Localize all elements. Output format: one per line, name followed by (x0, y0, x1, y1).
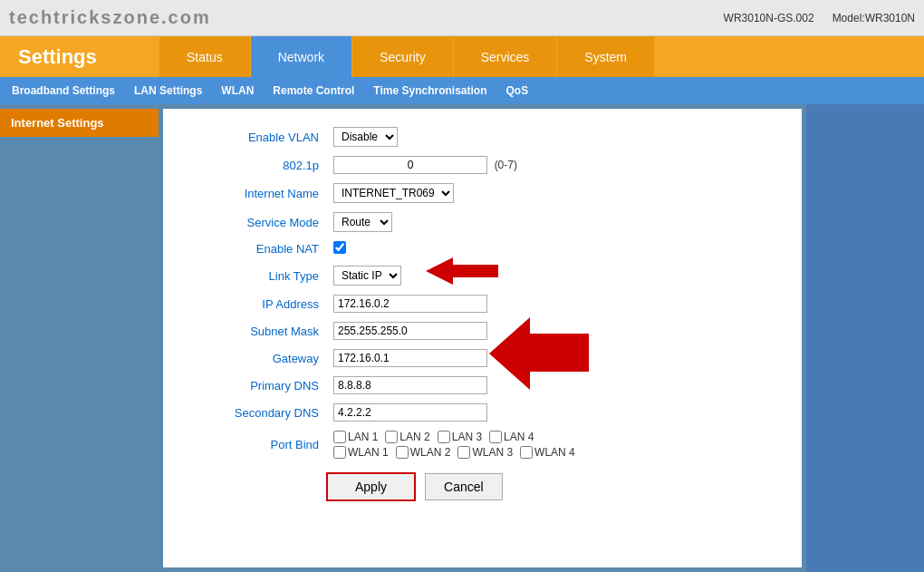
enable-vlan-row: Enable VLAN Disable Enable (181, 122, 784, 151)
subnet-mask-cell (326, 317, 784, 344)
secondary-dns-label: Secondary DNS (181, 399, 326, 426)
lan1-checkbox[interactable] (333, 431, 346, 443)
internet-name-label: Internet Name (181, 179, 326, 208)
dot8021p-range: (0-7) (495, 159, 517, 171)
service-mode-label: Service Mode (181, 208, 326, 237)
link-type-select[interactable]: Static IP DHCP PPPoE (333, 266, 401, 286)
button-row: Apply Cancel (326, 472, 784, 501)
subnav-wlan[interactable]: WLAN (214, 81, 261, 101)
wlan4-checkbox[interactable] (520, 446, 533, 459)
port-bind-line-1: LAN 1 LAN 2 LAN 3 LAN 4 (333, 431, 776, 443)
port-bind-lan2[interactable]: LAN 2 (385, 431, 429, 443)
port-bind-wlan3[interactable]: WLAN 3 (457, 446, 513, 459)
service-mode-cell: Route Bridge (326, 208, 784, 237)
top-bar-logo: techtrickszone.com (9, 7, 211, 28)
enable-vlan-cell: Disable Enable (326, 122, 784, 151)
nav-services[interactable]: Services (453, 36, 557, 77)
top-bar-info: WR3010N-GS.002 Model:WR3010N (724, 12, 915, 24)
primary-dns-row: Primary DNS (181, 372, 784, 399)
gateway-row: Gateway (181, 344, 784, 372)
app-title: Settings (0, 36, 159, 77)
cancel-button[interactable]: Cancel (425, 473, 503, 500)
right-panel (806, 104, 924, 572)
enable-nat-checkbox[interactable] (333, 241, 346, 254)
header: Settings Status Network Security Service… (0, 36, 924, 77)
subnet-mask-row: Subnet Mask (181, 317, 784, 344)
port-bind-wlan4[interactable]: WLAN 4 (520, 446, 575, 459)
lan3-checkbox[interactable] (438, 431, 450, 443)
ip-address-input[interactable] (333, 295, 487, 313)
secondary-dns-row: Secondary DNS (181, 399, 784, 426)
service-mode-row: Service Mode Route Bridge (181, 208, 784, 237)
nav-system[interactable]: System (556, 36, 654, 77)
apply-button[interactable]: Apply (326, 472, 416, 501)
enable-vlan-select[interactable]: Disable Enable (333, 127, 398, 147)
service-mode-select[interactable]: Route Bridge (333, 212, 392, 232)
internet-name-row: Internet Name INTERNET_TR069 (181, 179, 784, 208)
subnav-lan[interactable]: LAN Settings (127, 81, 209, 101)
subnav-qos[interactable]: QoS (499, 81, 536, 101)
enable-nat-cell (326, 237, 784, 261)
port-bind-wlan2[interactable]: WLAN 2 (396, 446, 451, 459)
device-id: WR3010N-GS.002 (724, 12, 814, 24)
port-bind-line-2: WLAN 1 WLAN 2 WLAN 3 WLAN 4 (333, 446, 776, 459)
secondary-dns-cell (326, 399, 784, 426)
enable-vlan-label: Enable VLAN (181, 122, 326, 151)
port-bind-options: LAN 1 LAN 2 LAN 3 LAN 4 WLAN 1 WLAN 2 WL… (333, 431, 776, 459)
nav-status[interactable]: Status (159, 36, 250, 77)
sidebar-item-internet[interactable]: Internet Settings (0, 109, 159, 137)
ip-address-label: IP Address (181, 290, 326, 317)
primary-dns-label: Primary DNS (181, 372, 326, 399)
subnav-remote[interactable]: Remote Control (265, 81, 361, 101)
dot8021p-cell: (0-7) (326, 151, 784, 179)
port-bind-row: Port Bind LAN 1 LAN 2 LAN 3 LAN 4 (181, 426, 784, 463)
port-bind-label: Port Bind (181, 426, 326, 463)
top-bar: techtrickszone.com WR3010N-GS.002 Model:… (0, 0, 924, 36)
form-container: Enable VLAN Disable Enable 802.1p (0 (181, 122, 784, 501)
subnav-time[interactable]: Time Synchronisation (366, 81, 494, 101)
subnet-mask-label: Subnet Mask (181, 317, 326, 344)
settings-form: Enable VLAN Disable Enable 802.1p (0 (181, 122, 784, 463)
port-bind-wlan1[interactable]: WLAN 1 (333, 446, 389, 459)
link-type-row: Link Type Static IP DHCP PPPoE (181, 261, 784, 290)
lan4-checkbox[interactable] (489, 431, 502, 443)
primary-dns-input[interactable] (333, 376, 487, 394)
lan2-checkbox[interactable] (385, 431, 398, 443)
port-bind-cell: LAN 1 LAN 2 LAN 3 LAN 4 WLAN 1 WLAN 2 WL… (326, 426, 784, 463)
svg-marker-0 (426, 257, 498, 285)
port-bind-lan3[interactable]: LAN 3 (438, 431, 482, 443)
gateway-label: Gateway (181, 344, 326, 372)
svg-marker-1 (489, 317, 589, 390)
wlan1-checkbox[interactable] (333, 446, 346, 459)
subnav-broadband[interactable]: Broadband Settings (5, 81, 122, 101)
sub-nav: Broadband Settings LAN Settings WLAN Rem… (0, 77, 924, 104)
ip-address-cell (326, 290, 784, 317)
dot8021p-label: 802.1p (181, 151, 326, 179)
arrow-link-type (426, 257, 498, 287)
port-bind-lan4[interactable]: LAN 4 (489, 431, 534, 443)
dot8021p-row: 802.1p (0-7) (181, 151, 784, 179)
nav-security[interactable]: Security (351, 36, 453, 77)
gateway-input[interactable] (333, 349, 487, 367)
arrow-subnet-gateway (489, 317, 589, 393)
link-type-cell: Static IP DHCP PPPoE (326, 261, 784, 290)
sidebar: Internet Settings (0, 104, 159, 572)
internet-name-cell: INTERNET_TR069 (326, 179, 784, 208)
wlan2-checkbox[interactable] (396, 446, 409, 459)
link-type-label: Link Type (181, 261, 326, 290)
nav-network[interactable]: Network (250, 36, 351, 77)
secondary-dns-input[interactable] (333, 403, 487, 422)
main-nav: Status Network Security Services System (159, 36, 924, 77)
subnet-mask-input[interactable] (333, 322, 487, 340)
main-content: Enable VLAN Disable Enable 802.1p (0 (163, 109, 802, 567)
content-area: Internet Settings Enable VLAN Disable En… (0, 104, 924, 572)
port-bind-lan1[interactable]: LAN 1 (333, 431, 378, 443)
dot8021p-input[interactable] (333, 156, 487, 174)
internet-name-select[interactable]: INTERNET_TR069 (333, 183, 454, 203)
enable-nat-label: Enable NAT (181, 237, 326, 261)
ip-address-row: IP Address (181, 290, 784, 317)
model-name: Model:WR3010N (833, 12, 915, 24)
wlan3-checkbox[interactable] (457, 446, 470, 459)
